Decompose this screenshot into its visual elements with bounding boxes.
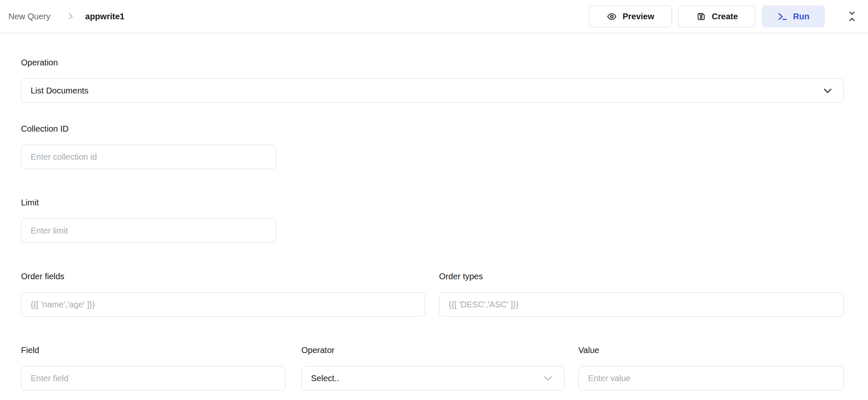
- collection-id-label: Collection ID: [21, 124, 844, 134]
- operator-label: Operator: [301, 345, 565, 355]
- query-header: New Query appwrite1 Preview: [0, 0, 868, 34]
- run-button[interactable]: Run: [762, 5, 825, 27]
- operation-select[interactable]: List Documents: [21, 78, 844, 103]
- operator-select-value: Select..: [311, 374, 339, 383]
- query-form: Operation List Documents Collection ID L…: [0, 57, 868, 390]
- field-label: Field: [21, 345, 285, 355]
- breadcrumb: New Query appwrite1: [8, 12, 124, 21]
- operation-select-value: List Documents: [31, 86, 89, 96]
- terminal-run-icon: [777, 11, 788, 22]
- eye-icon: [607, 11, 617, 22]
- order-fields-label: Order fields: [21, 271, 425, 281]
- chevron-right-icon: [68, 12, 73, 21]
- collapse-vertical-icon: [847, 10, 857, 23]
- field-input[interactable]: [21, 366, 285, 390]
- limit-input[interactable]: [21, 218, 276, 243]
- save-icon: [696, 11, 706, 22]
- operator-select[interactable]: Select..: [301, 366, 565, 390]
- chevron-down-icon: [821, 84, 834, 97]
- chevron-down-icon: [541, 371, 555, 385]
- create-button[interactable]: Create: [678, 5, 756, 27]
- limit-label: Limit: [21, 197, 844, 208]
- order-types-label: Order types: [439, 271, 844, 281]
- value-label: Value: [578, 345, 844, 355]
- order-fields-input[interactable]: [21, 292, 425, 317]
- query-name[interactable]: appwrite1: [85, 12, 124, 21]
- create-button-label: Create: [712, 12, 738, 21]
- operation-label: Operation: [21, 57, 844, 68]
- value-input[interactable]: [578, 366, 844, 390]
- preview-button-label: Preview: [622, 12, 654, 21]
- run-button-label: Run: [793, 12, 810, 21]
- preview-button[interactable]: Preview: [589, 5, 672, 27]
- header-actions: Preview Create Run: [589, 5, 857, 27]
- collection-id-input[interactable]: [21, 145, 276, 169]
- collapse-panel-button[interactable]: [847, 10, 857, 23]
- breadcrumb-new-query[interactable]: New Query: [8, 12, 50, 21]
- order-types-input[interactable]: [439, 292, 844, 317]
